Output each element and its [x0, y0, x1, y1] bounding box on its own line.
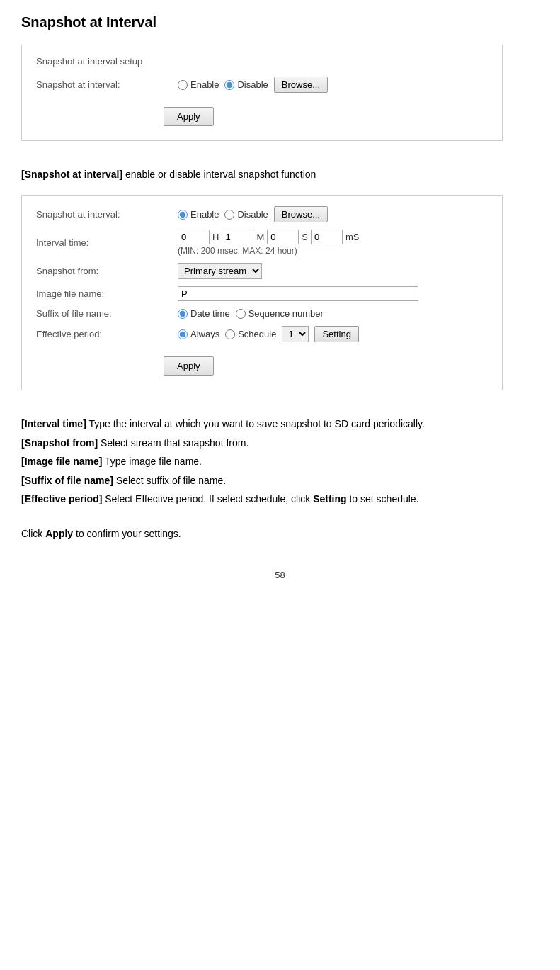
- interval-time-bold: [Interval time]: [21, 418, 86, 429]
- apply-bold: Apply: [45, 528, 73, 539]
- interval-time-controls: H M S mS (MIN: 200 msec. MAX: 24 hour): [178, 230, 359, 256]
- apply-button-2[interactable]: Apply: [164, 356, 214, 376]
- description-1-text: [Snapshot at interval] enable or disable…: [21, 167, 539, 182]
- suffix-datetime-radio[interactable]: [178, 309, 188, 319]
- interval-s-input[interactable]: [267, 230, 299, 244]
- snapshot-from-row: Snapshot from: Primary stream: [36, 263, 488, 279]
- enable-label-2: Enable: [190, 209, 219, 220]
- effective-period-label: Effective period:: [36, 329, 178, 339]
- schedule-select[interactable]: 1: [282, 326, 309, 342]
- interval-ms-input[interactable]: [311, 230, 343, 244]
- effective-bold: [Effective period]: [21, 493, 102, 504]
- suffix-text: Select suffix of file name.: [116, 475, 226, 486]
- browse-button-2[interactable]: Browse...: [274, 206, 328, 222]
- suffix-controls: Date time Sequence number: [178, 308, 324, 319]
- snapshot-interval-bold: [Snapshot at interval]: [21, 169, 122, 180]
- schedule-radio-label[interactable]: Schedule: [225, 329, 276, 339]
- s-unit: S: [302, 232, 308, 242]
- desc-suffix: [Suffix of file name] Select suffix of f…: [21, 473, 539, 488]
- snapshot-from-controls: Primary stream: [178, 263, 262, 279]
- image-file-label: Image file name:: [36, 288, 178, 299]
- browse-button-1[interactable]: Browse...: [274, 77, 328, 93]
- snapshot-interval-label-1: Snapshot at interval:: [36, 79, 178, 90]
- schedule-radio[interactable]: [225, 329, 235, 339]
- disable-radio-1[interactable]: [224, 80, 234, 90]
- enable-label-1: Enable: [190, 79, 219, 90]
- click-text: Click: [21, 528, 45, 539]
- disable-radio-2[interactable]: [224, 210, 234, 220]
- desc-effective: [Effective period] Select Effective peri…: [21, 491, 539, 507]
- description-2: [Interval time] Type the interval at whi…: [21, 416, 539, 541]
- image-file-row: Image file name:: [36, 286, 488, 301]
- page-title: Snapshot at Interval: [21, 14, 539, 30]
- disable-radio-label-2[interactable]: Disable: [224, 209, 268, 220]
- snapshot-interval-controls-1: Enable Disable Browse...: [178, 77, 328, 93]
- page-number: 58: [21, 570, 539, 580]
- image-file-controls: [178, 286, 418, 301]
- snapshot-interval-row-2: Snapshot at interval: Enable Disable Bro…: [36, 206, 488, 222]
- description-1-body: enable or disable interval snapshot func…: [125, 169, 316, 180]
- snapshot-from-bold: [Snapshot from]: [21, 437, 98, 449]
- apply-suffix-text: to confirm your settings.: [76, 528, 181, 539]
- snapshot-interval-controls-2: Enable Disable Browse...: [178, 206, 328, 222]
- description-1: [Snapshot at interval] enable or disable…: [21, 167, 539, 182]
- enable-radio-label-1[interactable]: Enable: [178, 79, 219, 90]
- always-radio[interactable]: [178, 329, 188, 339]
- disable-label-2: Disable: [237, 209, 268, 220]
- image-file-text: Type image file name.: [105, 456, 202, 467]
- snapshot-from-text: Select stream that snapshot from.: [101, 437, 248, 449]
- interval-h-input[interactable]: [178, 230, 210, 244]
- suffix-sequence-radio[interactable]: [236, 309, 246, 319]
- click-apply-text: Click Apply to confirm your settings.: [21, 526, 539, 541]
- enable-radio-2[interactable]: [178, 210, 188, 220]
- effective-period-row: Effective period: Always Schedule 1 Sett…: [36, 326, 488, 342]
- always-radio-label[interactable]: Always: [178, 329, 219, 339]
- suffix-sequence-text: Sequence number: [248, 308, 324, 319]
- enable-radio-label-2[interactable]: Enable: [178, 209, 219, 220]
- snapshot-interval-row-1: Snapshot at interval: Enable Disable Bro…: [36, 77, 488, 93]
- suffix-sequence-label[interactable]: Sequence number: [236, 308, 324, 319]
- effective-text: Select Effective period. If select sched…: [105, 493, 313, 504]
- suffix-row: Suffix of file name: Date time Sequence …: [36, 308, 488, 319]
- suffix-bold: [Suffix of file name]: [21, 475, 113, 486]
- ms-unit: mS: [345, 232, 360, 242]
- setup-box-2: Snapshot at interval: Enable Disable Bro…: [21, 195, 503, 390]
- desc-snapshot-from: [Snapshot from] Select stream that snaps…: [21, 435, 539, 451]
- setting-bold: Setting: [313, 493, 346, 504]
- suffix-datetime-text: Date time: [190, 308, 230, 319]
- setup-box-1: Snapshot at interval setup Snapshot at i…: [21, 45, 503, 141]
- effective-period-controls: Always Schedule 1 Setting: [178, 326, 359, 342]
- suffix-datetime-label[interactable]: Date time: [178, 308, 230, 319]
- interval-inputs-group: H M S mS: [178, 230, 359, 244]
- m-unit: M: [256, 232, 264, 242]
- disable-label-1: Disable: [237, 79, 268, 90]
- snapshot-from-label: Snapshot from:: [36, 266, 178, 276]
- apply-button-1[interactable]: Apply: [164, 107, 214, 126]
- image-file-input[interactable]: [178, 286, 418, 301]
- interval-time-label: Interval time:: [36, 237, 178, 248]
- setting-button[interactable]: Setting: [314, 326, 358, 342]
- interval-m-input[interactable]: [222, 230, 253, 244]
- desc-image-file: [Image file name] Type image file name.: [21, 453, 539, 469]
- enable-radio-1[interactable]: [178, 80, 188, 90]
- snapshot-from-select[interactable]: Primary stream: [178, 263, 262, 279]
- effective-text2: to set schedule.: [349, 493, 418, 504]
- desc-interval-time: [Interval time] Type the interval at whi…: [21, 416, 539, 432]
- disable-radio-label-1[interactable]: Disable: [224, 79, 268, 90]
- interval-time-text: Type the interval at which you want to s…: [88, 418, 424, 429]
- image-file-bold: [Image file name]: [21, 456, 102, 467]
- suffix-label: Suffix of file name:: [36, 308, 178, 319]
- always-text: Always: [190, 329, 219, 339]
- setup-box-1-title: Snapshot at interval setup: [36, 56, 488, 67]
- schedule-text: Schedule: [238, 329, 276, 339]
- interval-hint: (MIN: 200 msec. MAX: 24 hour): [178, 246, 359, 256]
- interval-time-row: Interval time: H M S mS (MIN: 200 msec. …: [36, 230, 488, 256]
- snapshot-interval-label-2: Snapshot at interval:: [36, 209, 178, 220]
- h-unit: H: [212, 232, 219, 242]
